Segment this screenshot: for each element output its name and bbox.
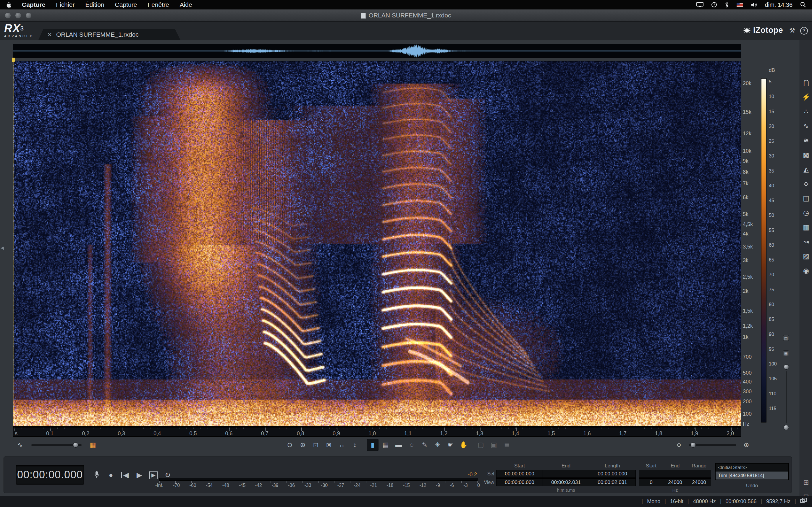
apple-menu-icon[interactable] bbox=[6, 2, 11, 8]
colormap-lower-knob[interactable] bbox=[783, 425, 789, 430]
zoom-selection-icon[interactable]: ⊡ bbox=[310, 439, 322, 451]
loudness-icon[interactable]: ▥ bbox=[801, 222, 811, 232]
waveform-overview[interactable] bbox=[13, 44, 741, 58]
eq-icon[interactable]: ≎ bbox=[801, 179, 811, 189]
brush-selection-tool[interactable]: ✎ bbox=[419, 439, 430, 451]
menu-item[interactable]: Fenêtre bbox=[148, 1, 169, 8]
finger-tool[interactable]: ☛ bbox=[445, 439, 457, 451]
plugin-icon[interactable]: ◉ bbox=[801, 266, 811, 276]
zoom-in-icon[interactable]: ⊕ bbox=[297, 439, 309, 451]
view-freq-range-value[interactable]: 24000 bbox=[687, 478, 711, 486]
sel-freq-start-value[interactable] bbox=[639, 470, 663, 478]
hand-tool[interactable]: ✋ bbox=[458, 439, 469, 451]
sel-freq-range-value[interactable] bbox=[687, 470, 711, 478]
document-tab[interactable]: ✕ ORLAN SURFEMME_1.rxdoc bbox=[39, 29, 181, 40]
display-icon[interactable] bbox=[696, 2, 704, 8]
view-end-value[interactable]: 00:00:02.031 bbox=[543, 478, 589, 486]
dither-icon[interactable]: ▨ bbox=[801, 251, 811, 261]
denoise-icon[interactable]: ≋ bbox=[801, 135, 811, 146]
zoom-slider-knob[interactable] bbox=[691, 442, 696, 448]
colormap-settings-icon[interactable]: ▤ bbox=[783, 335, 789, 341]
window-layout-icon[interactable]: ⊞ bbox=[801, 477, 811, 488]
play-button[interactable]: ▶ bbox=[135, 470, 143, 480]
zoom-out-small-icon[interactable]: ⊖ bbox=[673, 439, 685, 451]
grid-settings-icon[interactable]: ▦ bbox=[87, 439, 99, 451]
waveform-blend-slider[interactable] bbox=[31, 444, 82, 446]
zoom-freq-icon[interactable]: ↕ bbox=[349, 439, 361, 451]
history-item-selected[interactable]: Trim [484349 581814] bbox=[716, 471, 788, 480]
zoom-time-icon[interactable]: ↔ bbox=[336, 439, 348, 451]
history-item-initial[interactable]: <Initial State> bbox=[716, 463, 788, 471]
meter-scale-label: -6 bbox=[450, 483, 454, 488]
waveform-blend-knob[interactable] bbox=[73, 442, 79, 448]
time-tick-label: 1,2 bbox=[440, 431, 447, 437]
channel-operations-icon[interactable]: ◫ bbox=[801, 193, 811, 203]
decrackle-icon[interactable]: ∴ bbox=[801, 106, 811, 116]
play-selection-button[interactable]: ▶ bbox=[149, 471, 158, 479]
spectral-repair-icon[interactable]: ▩ bbox=[801, 150, 811, 160]
sel-length-value[interactable]: 00:00:00.000 bbox=[589, 470, 636, 478]
panel-collapse-icon[interactable]: ◀ bbox=[1, 245, 4, 250]
lasso-selection-tool[interactable]: ◌ bbox=[406, 439, 417, 451]
freq-selection-tool[interactable]: ▬ bbox=[393, 439, 405, 451]
colormap-range-slider[interactable] bbox=[786, 372, 786, 424]
declick-icon[interactable]: ⚡ bbox=[801, 92, 811, 102]
bluetooth-icon[interactable] bbox=[725, 2, 729, 8]
gain-icon[interactable]: ◭ bbox=[801, 164, 811, 174]
view-length-value[interactable]: 00:00:02.031 bbox=[589, 478, 636, 486]
spectrogram-canvas[interactable] bbox=[13, 61, 741, 426]
waveform-overview-canvas[interactable] bbox=[13, 44, 741, 58]
compare-windows-icon[interactable] bbox=[800, 498, 807, 505]
display-blend-group: ∿ ▦ bbox=[14, 439, 99, 451]
resample-icon[interactable]: ↝ bbox=[801, 237, 811, 247]
magic-wand-tool[interactable]: ✳ bbox=[432, 439, 444, 451]
list-tool[interactable]: ≣ bbox=[501, 439, 513, 451]
menu-item[interactable]: Fichier bbox=[56, 1, 74, 8]
menu-item[interactable]: Aide bbox=[180, 1, 192, 8]
time-freq-selection-tool[interactable]: ▦ bbox=[380, 439, 392, 451]
close-window-button[interactable] bbox=[5, 12, 11, 19]
menu-item[interactable]: Édition bbox=[85, 1, 104, 8]
spectrogram-settings-icon[interactable]: ▦ bbox=[783, 350, 789, 356]
sel-start-value[interactable]: 00:00:00.000 bbox=[496, 470, 543, 478]
return-to-start-button[interactable]: ◀ bbox=[121, 470, 129, 480]
colormap-upper-knob[interactable] bbox=[783, 364, 789, 370]
tab-close-icon[interactable]: ✕ bbox=[47, 31, 52, 38]
spectrogram-display[interactable] bbox=[13, 61, 741, 427]
zoom-in-large-icon[interactable]: ⊕ bbox=[741, 439, 752, 451]
minimize-window-button[interactable] bbox=[15, 12, 21, 19]
record-button[interactable]: ● bbox=[107, 470, 115, 480]
tools-wrench-icon[interactable]: ⚒ bbox=[788, 26, 797, 35]
marker-tool[interactable]: ▢ bbox=[475, 439, 487, 451]
view-freq-end-value[interactable]: 24000 bbox=[663, 478, 687, 486]
region-tool[interactable]: ▣ bbox=[488, 439, 500, 451]
view-freq-start-value[interactable]: 0 bbox=[639, 478, 663, 486]
sel-end-value[interactable] bbox=[543, 470, 589, 478]
time-pitch-icon[interactable]: ◷ bbox=[801, 208, 811, 218]
time-ruler[interactable]: s0,10,20,30,40,50,60,70,80,91,01,11,21,3… bbox=[13, 427, 741, 437]
input-language-flag-icon[interactable] bbox=[737, 3, 743, 7]
time-selection-tool[interactable]: ▮ bbox=[367, 439, 378, 451]
zoom-window-button[interactable] bbox=[26, 12, 32, 19]
sel-freq-end-value[interactable] bbox=[663, 470, 687, 478]
window-titlebar[interactable]: ORLAN SURFEMME_1.rxdoc bbox=[0, 9, 812, 21]
zoom-reset-icon[interactable]: ⊠ bbox=[323, 439, 335, 451]
record-monitor-mic-icon[interactable] bbox=[93, 470, 101, 480]
status-samplerate: 48000 Hz bbox=[693, 498, 716, 505]
help-icon[interactable]: ? bbox=[800, 26, 808, 35]
app-menu[interactable]: Capture bbox=[22, 1, 45, 8]
playhead-marker[interactable] bbox=[12, 58, 15, 62]
waveform-blend-icon[interactable]: ∿ bbox=[14, 439, 26, 451]
view-start-value[interactable]: 00:00:00.000 bbox=[496, 478, 543, 486]
time-machine-icon[interactable] bbox=[711, 2, 717, 8]
zoom-out-icon[interactable]: ⊖ bbox=[284, 439, 296, 451]
zoom-slider[interactable] bbox=[689, 444, 736, 446]
frequency-tick-label: 500 bbox=[743, 370, 752, 376]
hum-removal-icon[interactable]: ∿ bbox=[801, 121, 811, 131]
declip-icon[interactable]: ⋂ bbox=[801, 77, 811, 88]
spectrogram-colorbar[interactable] bbox=[761, 78, 766, 422]
spotlight-icon[interactable] bbox=[800, 2, 806, 8]
volume-icon[interactable] bbox=[751, 2, 757, 7]
menubar-clock[interactable]: dim. 14:36 bbox=[765, 1, 793, 8]
menu-item[interactable]: Capture bbox=[115, 1, 137, 8]
